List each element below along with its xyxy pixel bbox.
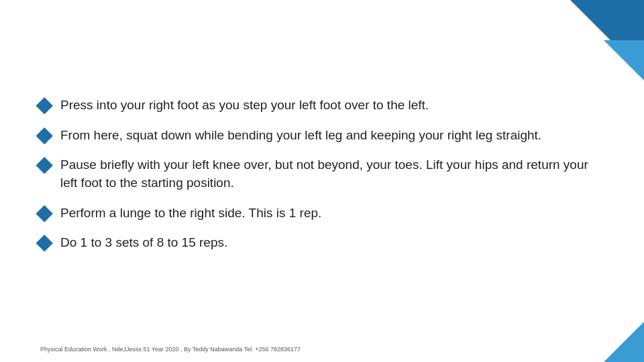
list-item: Do 1 to 3 sets of 8 to 15 reps. [40, 234, 604, 252]
bullet-icon [36, 235, 52, 251]
bullet-text: From here, squat down while bending your… [60, 127, 604, 145]
deco-bottom-right [604, 322, 644, 362]
deco-mid-right [604, 40, 644, 80]
bullet-icon [36, 97, 52, 114]
list-item: Pause briefly with your left knee over, … [40, 156, 604, 192]
bullet-icon [36, 205, 52, 222]
list-item: Press into your right foot as you step y… [40, 97, 604, 115]
page-container: Press into your right foot as you step y… [0, 0, 644, 362]
footer-text: Physical Education Work , NdeJJesss 51 Y… [40, 346, 301, 353]
bullet-icon [36, 158, 52, 174]
bullet-text: Do 1 to 3 sets of 8 to 15 reps. [60, 234, 604, 252]
bullet-text: Press into your right foot as you step y… [60, 97, 604, 115]
bullet-text: Perform a lunge to the right side. This … [60, 204, 604, 223]
list-item: Perform a lunge to the right side. This … [40, 204, 604, 223]
list-item: From here, squat down while bending your… [40, 127, 604, 145]
bullet-icon [36, 127, 52, 144]
bullet-text: Pause briefly with your left knee over, … [60, 156, 604, 192]
bullet-list: Press into your right foot as you step y… [40, 97, 604, 252]
